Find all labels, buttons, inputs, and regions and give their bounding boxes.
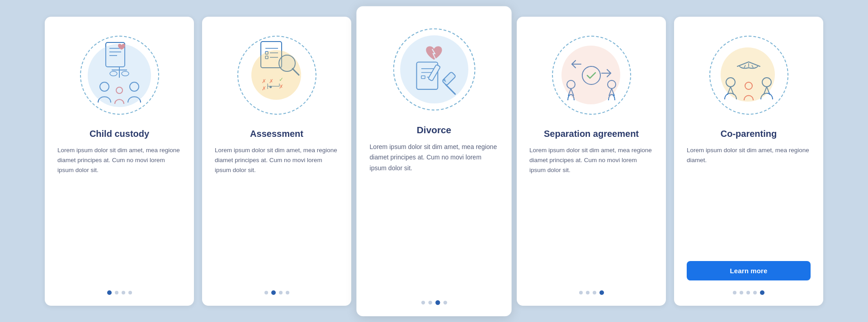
card-co-parenting-dots (733, 290, 764, 295)
dot (279, 291, 283, 294)
card-separation-agreement: Separation agreement Lorem ipsum dolor s… (517, 17, 666, 306)
card-divorce-title: Divorce (417, 124, 451, 135)
card-separation-title: Separation agreement (544, 129, 639, 139)
card-child-custody-text: Lorem ipsum dolor sit dim amet, mea regi… (57, 145, 181, 280)
dot (443, 300, 447, 304)
card-divorce: Divorce Lorem ipsum dolor sit dim amet, … (356, 6, 511, 316)
card-divorce-text: Lorem ipsum dolor sit dim amet, mea regi… (370, 142, 499, 290)
illustration-separation-agreement (546, 30, 637, 121)
card-assessment: ✗ ✗ ✓ ✗ ● ✗ Assessment Lorem ipsum dolor… (202, 17, 351, 306)
dot (753, 291, 757, 294)
card-child-custody-dots (107, 290, 132, 295)
card-assessment-text: Lorem ipsum dolor sit dim amet, mea regi… (215, 145, 339, 280)
cards-container: Child custody Lorem ipsum dolor sit dim … (0, 0, 868, 322)
dot (599, 290, 604, 295)
dot (421, 300, 425, 304)
card-co-parenting: Co-parenting Lorem ipsum dolor sit dim a… (674, 17, 823, 306)
dot (115, 291, 118, 294)
dot (264, 291, 268, 294)
dot (122, 291, 125, 294)
dot (586, 291, 590, 294)
dot (428, 300, 432, 304)
dot (593, 291, 596, 294)
dot (286, 291, 289, 294)
dot (740, 291, 743, 294)
illustration-co-parenting (703, 30, 794, 121)
learn-more-button[interactable]: Learn more (687, 261, 811, 280)
dot (733, 291, 736, 294)
card-co-parenting-text: Lorem ipsum dolor sit dim amet, mea regi… (687, 145, 811, 253)
card-separation-text: Lorem ipsum dolor sit dim amet, mea regi… (529, 145, 653, 280)
illustration-divorce (387, 22, 481, 116)
illustration-assessment: ✗ ✗ ✓ ✗ ● ✗ (231, 30, 322, 121)
card-child-custody: Child custody Lorem ipsum dolor sit dim … (45, 17, 194, 306)
dot (128, 291, 132, 294)
illustration-child-custody (74, 30, 165, 121)
dot (746, 291, 750, 294)
dot (271, 290, 276, 295)
card-separation-dots (579, 290, 604, 295)
card-assessment-dots (264, 290, 289, 295)
dot (107, 290, 112, 295)
card-child-custody-title: Child custody (90, 129, 149, 139)
card-assessment-title: Assessment (250, 129, 303, 139)
card-divorce-dots (421, 300, 447, 304)
dot (435, 300, 440, 304)
card-co-parenting-title: Co-parenting (721, 129, 777, 139)
dot (760, 290, 764, 295)
dot (579, 291, 583, 294)
